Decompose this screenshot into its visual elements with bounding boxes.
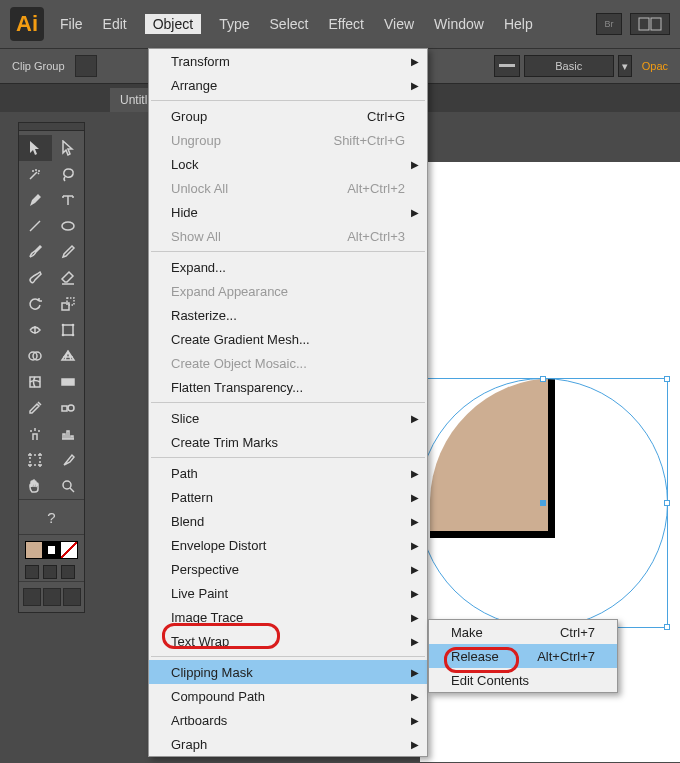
paintbrush-tool[interactable] [19,239,52,265]
selection-bounding-box[interactable] [418,378,668,628]
object-menu-item-expand[interactable]: Expand... [149,255,427,279]
object-menu-item-create-trim-marks[interactable]: Create Trim Marks [149,430,427,454]
menu-object[interactable]: Object [145,14,201,34]
arrange-documents-button[interactable] [630,13,670,35]
object-menu-item-blend[interactable]: Blend▶ [149,509,427,533]
submenu-arrow-icon: ▶ [411,540,419,551]
object-menu-item-lock[interactable]: Lock▶ [149,152,427,176]
menu-help[interactable]: Help [502,14,535,34]
perspective-grid-tool[interactable] [52,343,85,369]
bbox-handle[interactable] [540,376,546,382]
object-menu-item-transform[interactable]: Transform▶ [149,49,427,73]
menu-select[interactable]: Select [268,14,311,34]
help-indicator[interactable]: ? [19,504,84,530]
menu-item-label: Clipping Mask [171,665,253,680]
line-tool[interactable] [19,213,52,239]
clipping-submenu-item-edit-contents[interactable]: Edit Contents [429,668,617,692]
rotate-tool[interactable] [19,291,52,317]
panel-grip[interactable] [19,123,84,131]
object-menu-item-image-trace[interactable]: Image Trace▶ [149,605,427,629]
object-menu-item-perspective[interactable]: Perspective▶ [149,557,427,581]
object-menu-item-compound-path[interactable]: Compound Path▶ [149,684,427,708]
artboard-tool[interactable] [19,447,52,473]
object-menu-item-ungroup: UngroupShift+Ctrl+G [149,128,427,152]
draw-normal[interactable] [23,588,41,606]
width-tool[interactable] [19,317,52,343]
menu-window[interactable]: Window [432,14,486,34]
stroke-swatch[interactable] [43,541,61,559]
none-mode[interactable] [61,565,75,579]
menu-type[interactable]: Type [217,14,251,34]
hand-tool[interactable] [19,473,52,499]
free-transform-tool[interactable] [52,317,85,343]
menu-file[interactable]: File [58,14,85,34]
object-menu-item-group[interactable]: GroupCtrl+G [149,104,427,128]
clipping-submenu-item-release[interactable]: ReleaseAlt+Ctrl+7 [429,644,617,668]
blend-tool[interactable] [52,395,85,421]
selection-tool[interactable] [19,135,52,161]
object-menu-item-slice[interactable]: Slice▶ [149,406,427,430]
gradient-mode[interactable] [43,565,57,579]
menu-item-label: Blend [171,514,204,529]
svg-rect-5 [67,298,74,305]
scale-tool[interactable] [52,291,85,317]
pen-tool[interactable] [19,187,52,213]
graphic-style-dropdown[interactable]: Basic ▾ [494,55,632,77]
object-menu-item-clipping-mask[interactable]: Clipping Mask▶ [149,660,427,684]
gradient-tool[interactable] [52,369,85,395]
object-menu-item-hide[interactable]: Hide▶ [149,200,427,224]
object-menu-item-flatten-transparency[interactable]: Flatten Transparency... [149,375,427,399]
menu-shortcut: Alt+Ctrl+2 [347,181,405,196]
draw-inside[interactable] [63,588,81,606]
svg-point-3 [62,222,74,230]
fill-swatch[interactable] [25,541,43,559]
eraser-tool[interactable] [52,265,85,291]
bbox-handle[interactable] [664,624,670,630]
lasso-tool[interactable] [52,161,85,187]
blob-brush-tool[interactable] [19,265,52,291]
object-menu-item-live-paint[interactable]: Live Paint▶ [149,581,427,605]
object-menu-item-rasterize[interactable]: Rasterize... [149,303,427,327]
clipping-submenu-item-make[interactable]: MakeCtrl+7 [429,620,617,644]
eyedropper-tool[interactable] [19,395,52,421]
bbox-handle[interactable] [664,376,670,382]
draw-behind[interactable] [43,588,61,606]
menu-item-label: Artboards [171,713,227,728]
menu-view[interactable]: View [382,14,416,34]
svg-rect-16 [62,406,67,411]
object-menu-item-graph[interactable]: Graph▶ [149,732,427,756]
color-mode[interactable] [25,565,39,579]
object-menu-item-show-all: Show AllAlt+Ctrl+3 [149,224,427,248]
submenu-arrow-icon: ▶ [411,691,419,702]
type-tool[interactable] [52,187,85,213]
shape-builder-tool[interactable] [19,343,52,369]
mesh-tool[interactable] [19,369,52,395]
object-menu-item-pattern[interactable]: Pattern▶ [149,485,427,509]
fill-stroke-swatches[interactable] [19,534,84,563]
menu-effect[interactable]: Effect [326,14,366,34]
object-menu-item-arrange[interactable]: Arrange▶ [149,73,427,97]
direct-selection-tool[interactable] [52,135,85,161]
symbol-sprayer-tool[interactable] [19,421,52,447]
bridge-button[interactable]: Br [596,13,622,35]
menu-edit[interactable]: Edit [101,14,129,34]
object-menu-item-path[interactable]: Path▶ [149,461,427,485]
bbox-handle[interactable] [664,500,670,506]
menu-shortcut: Alt+Ctrl+3 [347,229,405,244]
column-graph-tool[interactable] [52,421,85,447]
options-box[interactable] [75,55,97,77]
menu-separator [151,251,425,252]
submenu-arrow-icon: ▶ [411,715,419,726]
opacity-label[interactable]: Opac [642,60,668,72]
svg-rect-2 [499,64,515,67]
object-menu-item-text-wrap[interactable]: Text Wrap▶ [149,629,427,653]
object-menu-item-envelope-distort[interactable]: Envelope Distort▶ [149,533,427,557]
slice-tool[interactable] [52,447,85,473]
ellipse-tool[interactable] [52,213,85,239]
pencil-tool[interactable] [52,239,85,265]
object-menu-item-artboards[interactable]: Artboards▶ [149,708,427,732]
object-menu-item-create-gradient-mesh[interactable]: Create Gradient Mesh... [149,327,427,351]
none-swatch[interactable] [60,541,78,559]
zoom-tool[interactable] [52,473,85,499]
magic-wand-tool[interactable] [19,161,52,187]
